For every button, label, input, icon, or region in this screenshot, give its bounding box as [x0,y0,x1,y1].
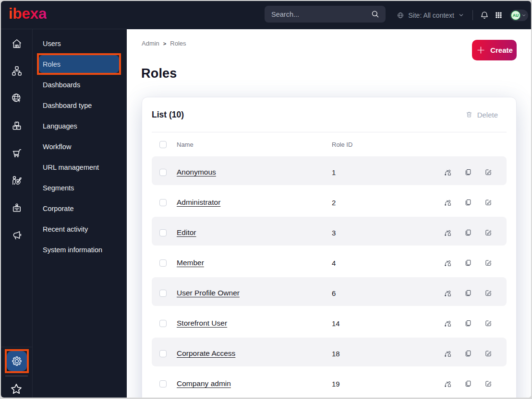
rail-blocks-icon[interactable] [1,112,32,139]
user-menu[interactable]: AU [510,10,528,21]
admin-gear-icon[interactable] [7,351,27,371]
edit-icon[interactable] [484,319,492,328]
copy-icon[interactable] [464,229,472,237]
search-input[interactable] [265,11,371,18]
row-checkbox[interactable] [159,169,167,176]
row-checkbox[interactable] [159,259,167,267]
role-name-link[interactable]: Anonymous [177,168,216,176]
rail-badge-icon[interactable] [1,194,32,221]
avatar[interactable]: AU [511,11,520,20]
column-header-name: Name [177,141,332,148]
rail-items [1,29,32,248]
row-checkbox[interactable] [159,350,167,357]
roles-list-card: List (10) Delete Name Role ID Anonymous … [142,97,517,398]
assign-users-icon[interactable] [444,380,452,388]
table-row: User Profile Owner 6 [152,277,507,306]
copy-icon[interactable] [464,319,472,328]
role-name-link[interactable]: Storefront User [177,319,227,327]
copy-icon[interactable] [464,259,472,267]
rail-sitemap-icon[interactable] [1,57,32,84]
row-checkbox[interactable] [159,290,167,297]
delete-button[interactable]: Delete [465,111,498,119]
menu-item-users[interactable]: Users [39,35,119,52]
role-name-link[interactable]: Administrator [177,198,220,206]
edit-icon[interactable] [484,199,492,207]
rail-home-icon[interactable] [1,30,32,57]
assign-users-icon[interactable] [444,229,452,237]
ibexa-logo: ibexa [9,5,47,23]
select-all-checkbox[interactable] [159,141,167,148]
rail-megaphone-icon[interactable] [1,221,32,248]
menu-item-workflow[interactable]: Workflow [39,138,119,155]
global-search[interactable] [265,6,386,23]
rail-cart-icon[interactable] [1,139,32,166]
page-title: Roles [141,66,177,81]
menu-list: Users Roles Dashboards Dashboard type La… [33,29,127,258]
role-name-link[interactable]: Editor [177,228,196,236]
trash-icon [465,111,473,118]
row-checkbox[interactable] [159,199,167,206]
menu-item-label: Languages [43,122,77,130]
edit-icon[interactable] [484,350,492,358]
menu-item-label: Dashboard type [43,102,92,109]
role-name-link[interactable]: Member [177,258,204,267]
menu-item-languages[interactable]: Languages [39,117,119,135]
menu-item-roles[interactable]: Roles [39,55,119,73]
apps-grid-icon[interactable] [495,11,503,19]
table-row: Corporate Access 18 [152,338,507,366]
edit-icon[interactable] [484,380,492,388]
menu-item-url-management[interactable]: URL management [39,158,119,176]
row-checkbox[interactable] [159,229,167,236]
globe-icon [397,12,404,19]
breadcrumb-current: Roles [170,40,186,47]
rail-globe-cursor-icon[interactable] [1,84,32,112]
delete-button-label: Delete [477,111,498,119]
copy-icon[interactable] [464,350,472,358]
table-row: Member 4 [152,247,507,276]
menu-item-label: URL management [43,164,99,171]
create-button-label: Create [490,46,513,54]
row-checkbox[interactable] [159,380,167,387]
edit-icon[interactable] [484,229,492,237]
assign-users-icon[interactable] [444,289,452,297]
app-window: ibexa Site: All context [1,1,531,398]
assign-users-icon[interactable] [444,259,452,267]
assign-users-icon[interactable] [444,168,452,176]
edit-icon[interactable] [484,289,492,297]
search-icon[interactable] [371,10,380,19]
menu-item-recent-activity[interactable]: Recent activity [39,220,119,238]
site-context-label: Site: All context [408,12,454,19]
menu-item-corporate[interactable]: Corporate [39,200,119,217]
copy-icon[interactable] [464,289,472,297]
breadcrumb-admin[interactable]: Admin [142,40,159,47]
bookmarks-star-icon[interactable] [10,382,23,396]
list-header: List (10) Delete [152,97,507,132]
assign-users-icon[interactable] [444,319,452,328]
menu-item-segments[interactable]: Segments [39,179,119,197]
role-name-link[interactable]: Corporate Access [177,349,235,357]
menu-item-dashboard-type[interactable]: Dashboard type [39,96,119,114]
row-checkbox[interactable] [159,320,167,327]
menu-item-system-information[interactable]: System information [39,241,119,258]
menu-item-label: Segments [43,184,74,192]
menu-item-dashboards[interactable]: Dashboards [39,76,119,94]
table-row: Administrator 2 [152,187,507,215]
edit-icon[interactable] [484,168,492,176]
create-button[interactable]: Create [472,40,517,60]
site-context-selector[interactable]: Site: All context [397,12,464,19]
role-name-link[interactable]: User Profile Owner [177,289,240,297]
notifications-bell-icon[interactable] [480,11,489,20]
user-chevron-down-icon [521,13,526,18]
table-body: Anonymous 1 Administrator 2 Editor 3 Mem… [152,156,507,397]
role-id-value: 4 [332,259,435,267]
role-id-value: 14 [332,319,435,328]
copy-icon[interactable] [464,168,472,176]
role-name-link[interactable]: Company admin [177,379,231,387]
copy-icon[interactable] [464,380,472,388]
rail-target-icon[interactable] [1,166,32,194]
assign-users-icon[interactable] [444,350,452,358]
edit-icon[interactable] [484,259,492,267]
assign-users-icon[interactable] [444,199,452,207]
copy-icon[interactable] [464,199,472,207]
menu-item-label: Recent activity [43,225,88,233]
